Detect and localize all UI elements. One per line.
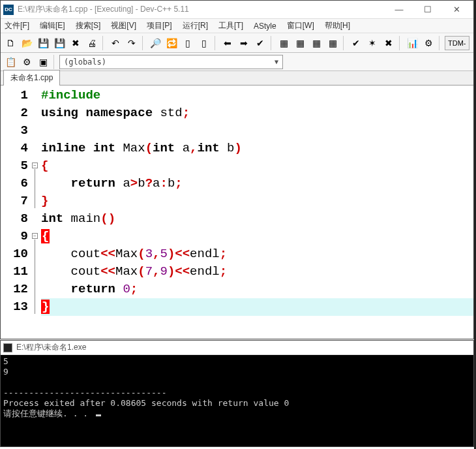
code-area[interactable]: #includeusing namespace std;inline int M…: [41, 85, 473, 339]
menu-item[interactable]: 帮助[H]: [323, 19, 351, 33]
titlebar: DC E:\程序\未命名1.cpp - [Executing] - Dev-C+…: [1, 1, 473, 19]
close-file-icon[interactable]: ✖: [68, 36, 83, 50]
toolbar-sep: [102, 36, 105, 50]
scope-combo-value: (globals): [64, 57, 106, 67]
scope-combo[interactable]: (globals) ▼: [59, 55, 283, 69]
console-output[interactable]: 5 9 -------------------------------- Pro…: [1, 355, 473, 446]
console-cursor: [96, 414, 101, 416]
delete-icon[interactable]: ✖: [381, 36, 396, 50]
menu-item[interactable]: 工具[T]: [217, 19, 245, 33]
line-number-gutter: 12345678910111213: [1, 85, 32, 339]
console-icon: [3, 343, 12, 352]
panel1-icon[interactable]: 📋: [3, 55, 18, 69]
menu-item[interactable]: 搜索[S]: [74, 19, 102, 33]
saveall-icon[interactable]: 💾: [52, 36, 67, 50]
open-icon[interactable]: 📂: [20, 36, 34, 50]
panel3-icon[interactable]: ▣: [36, 55, 50, 69]
toolbar-sep: [439, 36, 441, 50]
compile-run-icon[interactable]: ▦: [309, 36, 323, 50]
menu-item[interactable]: 项目[P]: [145, 19, 173, 33]
fold-line: [35, 240, 35, 314]
replace-icon[interactable]: 🔁: [164, 36, 179, 50]
toolbar-sep: [142, 36, 145, 50]
check-icon[interactable]: ✔: [349, 36, 363, 50]
toolbar-sep: [53, 55, 56, 69]
fold-toggle[interactable]: −: [32, 233, 38, 239]
menu-item[interactable]: AStyle: [252, 20, 278, 32]
chart-icon[interactable]: 📊: [405, 36, 419, 50]
bookmark-icon[interactable]: ✔: [253, 36, 267, 50]
redo-icon[interactable]: ↷: [125, 36, 139, 50]
tabbar: 未命名1.cpp: [1, 71, 473, 85]
col1-icon[interactable]: ▯: [181, 36, 195, 50]
toolbar-secondary: 📋 ⚙ ▣ (globals) ▼: [1, 53, 473, 71]
chevron-down-icon: ▼: [275, 58, 278, 65]
save-icon[interactable]: 💾: [36, 36, 50, 50]
rebuild-icon[interactable]: ▦: [325, 36, 340, 50]
fold-toggle[interactable]: −: [32, 163, 38, 168]
toolbar-sep: [343, 36, 346, 50]
print-icon[interactable]: 🖨: [85, 36, 99, 50]
toolbar-sep: [399, 36, 402, 50]
console-window: E:\程序\未命名1.exe 5 9 ---------------------…: [0, 340, 474, 447]
toolbar-sep: [215, 36, 217, 50]
run-icon[interactable]: ▦: [293, 36, 307, 50]
console-titlebar: E:\程序\未命名1.exe: [1, 341, 473, 355]
col2-icon[interactable]: ▯: [197, 36, 211, 50]
menu-item[interactable]: 运行[R]: [181, 19, 209, 33]
toolbar-main: 🗋 📂 💾 💾 ✖ 🖨 ↶ ↷ 🔎 🔁 ▯ ▯ ⬅ ➡ ✔ ▦ ▦ ▦ ▦ ✔ …: [1, 33, 473, 53]
panel2-icon[interactable]: ⚙: [20, 55, 34, 69]
menu-item[interactable]: 编辑[E]: [38, 19, 67, 33]
find-icon[interactable]: 🔎: [148, 36, 162, 50]
fwd-icon[interactable]: ➡: [237, 36, 251, 50]
debug-icon[interactable]: ⚙: [421, 36, 436, 50]
window-title: E:\程序\未命名1.cpp - [Executing] - Dev-C++ 5…: [18, 4, 385, 15]
compile-icon[interactable]: ▦: [276, 36, 291, 50]
close-button[interactable]: ✕: [442, 1, 471, 18]
code-editor[interactable]: 12345678910111213 − − #includeusing name…: [1, 85, 473, 339]
help-icon[interactable]: ✶: [365, 36, 379, 50]
compiler-profile-button[interactable]: TDM-: [445, 36, 469, 50]
fold-column: − −: [32, 85, 41, 339]
maximize-button[interactable]: ☐: [413, 1, 442, 18]
toolbar-sep: [271, 36, 273, 50]
menubar: 文件[F]编辑[E]搜索[S]视图[V]项目[P]运行[R]工具[T]AStyl…: [1, 19, 473, 33]
console-title-text: E:\程序\未命名1.exe: [16, 342, 86, 353]
new-icon[interactable]: 🗋: [3, 36, 18, 50]
file-tab[interactable]: 未命名1.cpp: [3, 70, 60, 85]
undo-icon[interactable]: ↶: [108, 36, 123, 50]
menu-item[interactable]: 文件[F]: [3, 19, 31, 33]
window-buttons: — ☐ ✕: [385, 1, 471, 18]
main-window: DC E:\程序\未命名1.cpp - [Executing] - Dev-C+…: [0, 0, 474, 339]
menu-item[interactable]: 视图[V]: [110, 19, 138, 33]
back-icon[interactable]: ⬅: [220, 36, 235, 50]
console-text: 5 9 -------------------------------- Pro…: [3, 356, 289, 418]
app-icon: DC: [3, 5, 14, 15]
menu-item[interactable]: 窗口[W]: [286, 19, 316, 33]
fold-line: [35, 169, 35, 208]
minimize-button[interactable]: —: [385, 1, 413, 18]
